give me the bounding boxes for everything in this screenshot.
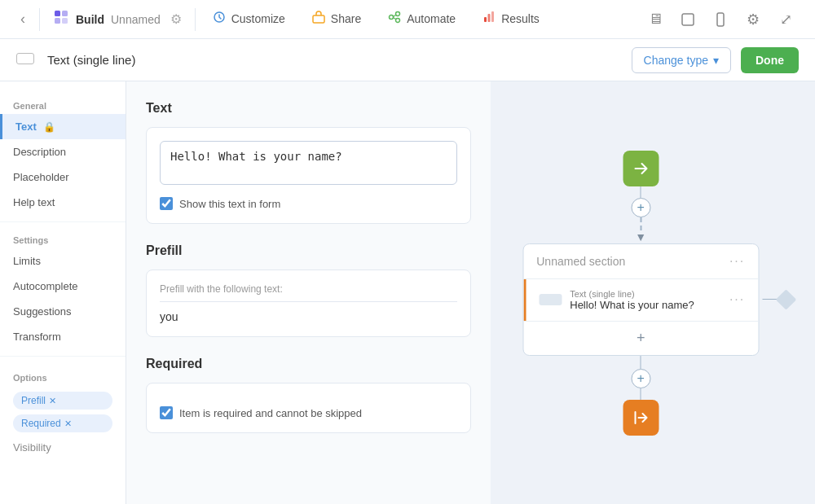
required-row: Item is required and cannot be skipped [160,406,457,419]
required-section-title: Required [146,357,471,371]
section-menu-dots[interactable]: ··· [729,254,745,269]
build-tab[interactable]: Build Unnamed ⚙ [43,0,192,39]
settings-btn[interactable]: ⚙ [740,7,766,33]
svg-rect-11 [682,14,694,25]
sidebar-item-limits[interactable]: Limits [0,248,126,274]
svg-rect-3 [62,18,68,24]
section-wrapper: Unnamed section ··· Text (single line) H… [522,243,759,356]
line-top [641,186,641,198]
entry-node [623,151,659,186]
prefill-section-title: Prefill [146,243,471,258]
exit-node [623,400,659,436]
tab-automate[interactable]: Automate [374,0,469,39]
svg-rect-4 [313,15,324,23]
add-top-button[interactable]: + [631,198,650,217]
tab-share[interactable]: Share [298,0,374,39]
field-type-text: Text (single line) [570,289,721,299]
canvas-panel: + ▼ Unnamed section ··· Text (single lin… [491,81,816,504]
form-settings-icon[interactable]: ⚙ [170,11,182,27]
section-add-icon[interactable]: + [637,330,645,347]
sidebar-suggestions-label: Suggestions [13,305,72,318]
mobile-view-btn[interactable] [707,7,734,33]
sidebar-item-transform[interactable]: Transform [0,324,126,349]
text-section-title: Text [146,101,471,116]
required-checkbox[interactable] [160,406,173,419]
top-nav: ‹ Build Unnamed ⚙ Customize Share Auto [0,0,815,39]
desktop-view-btn[interactable]: 🖥 [642,7,668,33]
connector-top: + ▼ [631,186,650,243]
results-label: Results [501,12,540,25]
sidebar-item-help-text[interactable]: Help text [0,190,126,215]
connector-bottom: + [631,356,650,400]
sidebar-item-description[interactable]: Description [0,139,126,164]
sidebar-divider-2 [0,356,126,357]
sidebar-divider [0,221,126,222]
sidebar-item-suggestions[interactable]: Suggestions [0,299,126,324]
option-tag-prefill[interactable]: Prefill ✕ [13,392,112,410]
sidebar-limits-label: Limits [13,255,41,267]
svg-rect-13 [17,53,34,64]
sidebar-placeholder-label: Placeholder [13,171,69,183]
field-type-icon [16,53,34,68]
main-content: General Text 🔒 Description Placeholder H… [0,81,815,504]
option-tag-required[interactable]: Required ✕ [13,414,112,432]
field-menu-dots[interactable]: ··· [729,292,745,307]
sidebar-item-text[interactable]: Text 🔒 [0,114,126,139]
sidebar-item-visibility[interactable]: Visibility [13,435,112,460]
share-label: Share [331,12,361,25]
add-bottom-button[interactable]: + [631,369,650,388]
share-icon [311,10,326,28]
editor-panel: Text Show this text in form Prefill Pref… [126,81,491,504]
svg-point-5 [390,15,394,19]
sidebar: General Text 🔒 Description Placeholder H… [0,81,126,504]
general-section-label: General [0,94,126,114]
svg-rect-10 [491,11,494,22]
sidebar-transform-label: Transform [13,331,61,343]
prefill-input[interactable] [160,301,457,323]
section-add-row: + [523,321,758,355]
svg-rect-8 [484,17,487,22]
canvas-flow: + ▼ Unnamed section ··· Text (single lin… [522,151,759,436]
change-type-button[interactable]: Change type ▾ [632,47,731,73]
field-type-label: Text (single line) [47,53,135,67]
side-connector [762,292,793,307]
show-text-label: Show this text in form [179,198,280,210]
diamond-shape [776,289,796,309]
customize-icon [212,10,227,28]
nav-settings: 🖥 ⚙ ⤢ [636,7,805,33]
options-section: Options Prefill ✕ Required ✕ Visibility [0,363,126,470]
sidebar-item-autocomplete[interactable]: Autocomplete [0,274,126,299]
change-type-chevron: ▾ [713,54,719,67]
tab-results[interactable]: Results [469,0,553,39]
required-close-icon[interactable]: ✕ [64,419,72,429]
section-card: Unnamed section ··· Text (single line) H… [522,243,759,356]
settings-section-label: Settings [0,229,126,248]
svg-rect-2 [55,18,60,24]
section-card-header: Unnamed section ··· [523,244,758,279]
expand-btn[interactable]: ⤢ [773,7,799,33]
options-section-label: Options [13,373,112,383]
back-button[interactable]: ‹ [10,7,36,33]
results-icon [482,10,496,28]
sidebar-item-placeholder[interactable]: Placeholder [0,164,126,190]
line-bottom-2 [641,388,641,400]
show-text-checkbox[interactable] [160,197,173,210]
tablet-view-btn[interactable] [675,7,701,33]
show-text-row: Show this text in form [160,197,457,210]
prefill-tag-label: Prefill [21,395,46,406]
svg-rect-9 [488,14,491,22]
field-toolbar: Text (single line) Change type ▾ Done [0,39,815,81]
prefill-close-icon[interactable]: ✕ [49,396,56,406]
customize-label: Customize [231,12,285,25]
done-button[interactable]: Done [741,47,799,73]
build-tab-label: Build [76,13,104,26]
section-field: Text (single line) Hello! What is your n… [523,279,758,321]
automate-icon [387,10,402,28]
build-icon [53,9,69,29]
dashed-line-top [640,217,641,230]
arrow-top: ▼ [635,230,646,243]
text-input[interactable] [160,141,457,185]
svg-point-6 [396,11,400,15]
tab-customize[interactable]: Customize [199,0,298,39]
sidebar-visibility-label: Visibility [13,441,51,454]
